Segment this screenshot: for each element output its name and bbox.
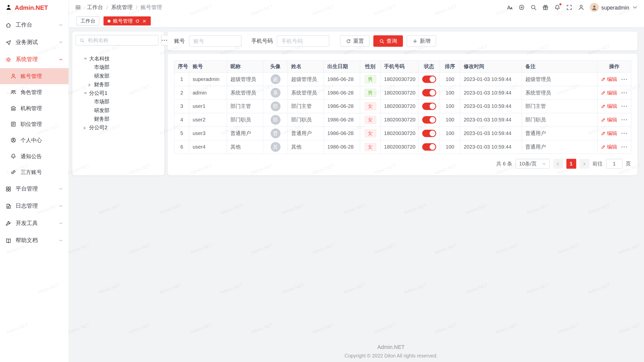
sidebar-subitem-third-account[interactable]: 三方账号 — [0, 164, 69, 180]
prev-page-button[interactable] — [553, 159, 563, 169]
bell-icon — [10, 153, 16, 159]
edit-button[interactable]: 编辑 — [601, 89, 617, 96]
search-button[interactable]: 查询 — [373, 35, 403, 47]
breadcrumb-item[interactable]: 工作台 — [87, 4, 103, 11]
tab-label: 账号管理 — [113, 17, 133, 24]
current-page-button[interactable]: 1 — [566, 159, 576, 169]
breadcrumb-item[interactable]: 系统管理 — [111, 4, 133, 11]
row-more-button[interactable]: ··· — [621, 130, 628, 136]
sidebar-item-devtools[interactable]: 开发工具 — [0, 215, 69, 232]
tree-caret-down-icon[interactable] — [84, 58, 89, 60]
sidebar-item-system[interactable]: 系统管理 — [0, 51, 69, 68]
cell-nickname: 部门职员 — [227, 113, 263, 127]
topbar-right: superadmin — [506, 3, 638, 12]
user-icon[interactable] — [578, 4, 584, 11]
page-size-select[interactable]: 10条/页 — [515, 159, 550, 169]
next-page-button[interactable] — [579, 159, 589, 169]
org-search-input[interactable] — [87, 37, 155, 43]
search-icon[interactable] — [530, 4, 537, 11]
tree-node[interactable]: 分公司2 — [75, 123, 161, 132]
row-more-button[interactable]: ··· — [621, 103, 628, 109]
tree-node[interactable]: 分公司1 — [75, 89, 161, 98]
font-size-icon[interactable] — [506, 4, 513, 11]
status-toggle[interactable] — [422, 75, 436, 83]
tree-node[interactable]: 市场部 — [75, 63, 161, 72]
phone-input[interactable] — [277, 35, 329, 47]
sidebar-item-platform[interactable]: 平台管理 — [0, 180, 69, 198]
edit-button[interactable]: 编辑 — [601, 103, 617, 110]
tab-account-management[interactable]: 账号管理 — [103, 16, 151, 25]
tree-node[interactable]: 财务部 — [75, 80, 161, 89]
org-more-button[interactable]: ··· — [161, 35, 168, 46]
status-toggle[interactable] — [422, 103, 436, 110]
refresh-icon[interactable] — [135, 19, 140, 23]
account-input[interactable] — [189, 35, 242, 47]
bell-icon[interactable] — [554, 4, 561, 11]
chevron-down-icon — [58, 204, 63, 209]
tree-caret-down-icon[interactable] — [84, 92, 89, 94]
pagination: 共 6 条 10条/页 1 — [174, 159, 631, 169]
cell-account: user4 — [189, 140, 227, 154]
edit-button[interactable]: 编辑 — [601, 144, 617, 151]
hamburger-icon[interactable] — [75, 4, 81, 11]
edit-button[interactable]: 编辑 — [601, 130, 617, 137]
status-toggle[interactable] — [422, 89, 436, 96]
cell-phone: 18020030720 — [381, 140, 418, 154]
sidebar-item-label: 日志管理 — [16, 202, 54, 210]
cell-name: 超级管理员 — [288, 72, 324, 86]
phone-label: 手机号码 — [251, 37, 273, 45]
sidebar-item-log[interactable]: 日志管理 — [0, 197, 69, 215]
gift-icon[interactable] — [542, 4, 549, 11]
footer-copyright: Copyright © 2022 Dilon All rights reserv… — [138, 353, 644, 359]
tabs-bar: 工作台 账号管理 — [69, 15, 644, 28]
row-more-button[interactable]: ··· — [621, 117, 628, 123]
row-more-button[interactable]: ··· — [621, 90, 628, 96]
status-toggle[interactable] — [422, 143, 436, 151]
logo[interactable]: Admin.NET — [0, 0, 69, 15]
sidebar-subitem-label: 账号管理 — [21, 72, 42, 80]
reset-button[interactable]: 重置 — [340, 35, 370, 47]
tree-node[interactable]: 研发部 — [75, 72, 161, 80]
edit-button-label: 编辑 — [607, 89, 617, 96]
theme-icon[interactable] — [518, 4, 525, 11]
account-label: 账号 — [174, 37, 185, 45]
tree-node[interactable]: 市场部 — [75, 98, 161, 106]
sidebar-subitem-notice[interactable]: 通知公告 — [0, 148, 69, 164]
goto-label: 前往 — [592, 160, 603, 167]
tab-workbench[interactable]: 工作台 — [76, 16, 99, 25]
sidebar-subitem-position[interactable]: 职位管理 — [0, 116, 69, 132]
row-more-button[interactable]: ··· — [621, 76, 628, 82]
cell-gender: 女 — [360, 140, 381, 154]
sidebar-subitem-account[interactable]: 账号管理 — [0, 68, 69, 84]
tree-caret-right-icon[interactable] — [84, 126, 89, 129]
sidebar-item-docs[interactable]: 帮助文档 — [0, 232, 69, 249]
status-toggle[interactable] — [422, 116, 436, 123]
fullscreen-icon[interactable] — [566, 4, 573, 11]
cell-status — [418, 72, 440, 86]
sidebar-subitem-org[interactable]: 机构管理 — [0, 100, 69, 116]
tree-node[interactable]: 研发部 — [75, 106, 161, 115]
cell-name: 系统管理员 — [288, 86, 324, 100]
tree-node[interactable]: 大名科技 — [75, 55, 161, 63]
edit-button[interactable]: 编辑 — [601, 76, 617, 83]
tree-node[interactable]: 财务部 — [75, 115, 161, 123]
user-menu[interactable]: superadmin — [590, 3, 638, 12]
breadcrumb-separator: / — [136, 4, 137, 10]
sidebar-subitem-profile[interactable]: 个人中心 — [0, 132, 69, 148]
close-icon[interactable] — [142, 19, 147, 23]
goto-page-input[interactable] — [606, 159, 622, 169]
tree-caret-right-icon[interactable] — [89, 83, 94, 86]
status-toggle[interactable] — [422, 130, 436, 137]
sidebar-subitem-role[interactable]: 角色管理 — [0, 84, 69, 100]
edit-button[interactable]: 编辑 — [601, 116, 617, 123]
sidebar-item-business-test[interactable]: 业务测试 — [0, 34, 69, 51]
cell-status — [418, 86, 440, 100]
topbar-left: 工作台 / 系统管理 / 账号管理 — [75, 4, 162, 11]
cell-phone: 18020030720 — [381, 72, 418, 86]
column-header: 修改时间 — [460, 61, 522, 72]
edit-button-label: 编辑 — [607, 130, 617, 137]
row-more-button[interactable]: ··· — [621, 144, 628, 150]
add-button[interactable]: 新增 — [407, 35, 436, 47]
sidebar-item-workbench[interactable]: 工作台 — [0, 16, 69, 34]
sidebar-item-label: 帮助文档 — [16, 237, 54, 244]
